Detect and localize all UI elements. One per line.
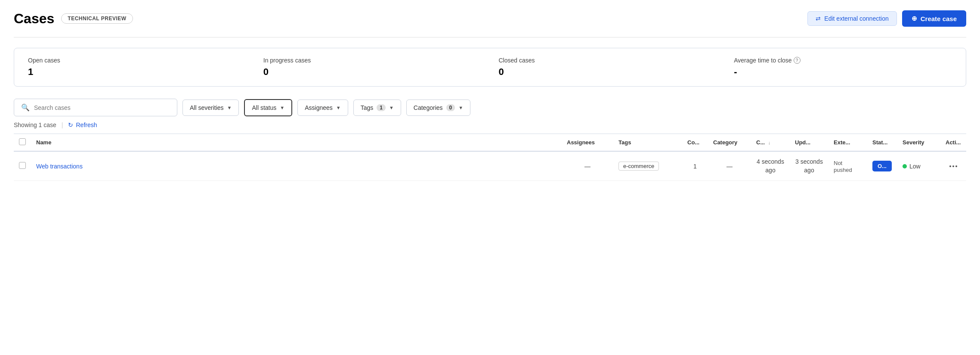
table-row: Web transactions — e-commerce 1 — 4 seco… <box>14 151 966 181</box>
refresh-button[interactable]: ↻ Refresh <box>68 121 97 128</box>
chevron-down-icon: ▼ <box>336 105 341 110</box>
sort-descending-icon: ↓ <box>768 140 771 145</box>
chevron-down-icon: ▼ <box>389 105 394 110</box>
page-title: Cases <box>14 11 54 27</box>
actions-cell <box>940 151 966 181</box>
count-cell: 1 <box>682 151 708 181</box>
chevron-down-icon: ▼ <box>227 105 232 110</box>
in-progress-cases-stat: In progress cases 0 <box>246 57 482 78</box>
header-left: Cases TECHNICAL PREVIEW <box>14 11 133 27</box>
open-cases-label: Open cases <box>28 57 236 64</box>
tags-count-badge: 1 <box>377 104 386 111</box>
assignees-dropdown[interactable]: Assignees ▼ <box>297 100 348 116</box>
col-header-severity: Severity <box>897 134 940 152</box>
col-header-tags: Tags <box>613 134 682 152</box>
status-open-button[interactable]: O... <box>872 161 892 171</box>
col-header-external: Exte... <box>829 134 867 152</box>
col-header-actions: Acti... <box>940 134 966 152</box>
tag-badge: e-commerce <box>618 162 659 171</box>
chevron-down-icon: ▼ <box>280 105 284 110</box>
tags-cell: e-commerce <box>613 151 682 181</box>
showing-divider: | <box>62 121 63 128</box>
technical-preview-badge: TECHNICAL PREVIEW <box>61 13 133 24</box>
actions-menu-button[interactable] <box>946 165 961 167</box>
avg-time-label: Average time to close ? <box>734 57 800 64</box>
chevron-down-icon: ▼ <box>458 105 463 110</box>
col-header-assignees: Assignees <box>562 134 613 152</box>
external-cell: Not pushed <box>829 151 867 181</box>
col-header-updated: Upd... <box>790 134 829 152</box>
categories-dropdown[interactable]: Categories 0 ▼ <box>406 100 470 116</box>
created-cell: 4 seco­nds ago <box>751 151 790 181</box>
category-cell: — <box>708 151 751 181</box>
case-name-cell: Web transactions <box>31 151 562 181</box>
case-name-link[interactable]: Web transactions <box>36 163 83 170</box>
row-checkbox-cell <box>14 151 31 181</box>
categories-count-badge: 0 <box>446 104 455 111</box>
severity-low-dot <box>903 164 907 168</box>
open-cases-stat: Open cases 1 <box>28 57 246 78</box>
col-header-category: Category <box>708 134 751 152</box>
help-icon[interactable]: ? <box>794 57 801 64</box>
dot-icon <box>952 165 954 167</box>
create-case-button[interactable]: ⊕ Create case <box>902 10 966 27</box>
avg-time-stat: Average time to close ? - <box>717 57 952 78</box>
assignees-cell: — <box>562 151 613 181</box>
col-header-count: Co... <box>682 134 708 152</box>
open-cases-value: 1 <box>28 66 236 78</box>
closed-cases-stat: Closed cases 0 <box>482 57 717 78</box>
severity-cell: Low <box>897 151 940 181</box>
search-box[interactable]: 🔍 <box>14 99 177 116</box>
cases-table: Name Assignees Tags Co... Category C... … <box>14 134 966 181</box>
dot-icon <box>955 165 957 167</box>
severities-dropdown[interactable]: All severities ▼ <box>182 100 239 116</box>
updated-cell: 3 seco­nds ago <box>790 151 829 181</box>
plus-circle-icon: ⊕ <box>912 15 917 22</box>
page-header: Cases TECHNICAL PREVIEW ⇄ Edit external … <box>14 10 966 27</box>
closed-label: Closed cases <box>499 57 707 64</box>
col-header-created[interactable]: C... ↓ <box>751 134 790 152</box>
refresh-icon: ↻ <box>68 121 73 128</box>
dot-icon <box>949 165 951 167</box>
filters-row: 🔍 All severities ▼ All status ▼ Assignee… <box>14 99 966 116</box>
select-all-checkbox-cell <box>14 134 31 152</box>
search-icon: 🔍 <box>21 103 30 112</box>
header-divider <box>14 37 966 37</box>
table-header-row: Name Assignees Tags Co... Category C... … <box>14 134 966 152</box>
search-input[interactable] <box>34 104 170 111</box>
in-progress-value: 0 <box>263 66 471 78</box>
status-dropdown[interactable]: All status ▼ <box>244 99 292 116</box>
col-header-name: Name <box>31 134 562 152</box>
showing-row: Showing 1 case | ↻ Refresh <box>14 121 966 128</box>
in-progress-label: In progress cases <box>263 57 471 64</box>
showing-count: Showing 1 case <box>14 121 56 128</box>
row-checkbox[interactable] <box>19 162 26 169</box>
sliders-icon: ⇄ <box>816 15 821 22</box>
status-cell: O... <box>867 151 897 181</box>
stats-row: Open cases 1 In progress cases 0 Closed … <box>14 48 966 87</box>
col-header-status: Stat... <box>867 134 897 152</box>
avg-time-value: - <box>734 66 942 78</box>
select-all-checkbox[interactable] <box>19 138 26 145</box>
edit-external-connection-button[interactable]: ⇄ Edit external connection <box>807 11 897 26</box>
tags-dropdown[interactable]: Tags 1 ▼ <box>353 100 401 116</box>
header-right: ⇄ Edit external connection ⊕ Create case <box>807 10 966 27</box>
closed-value: 0 <box>499 66 707 78</box>
